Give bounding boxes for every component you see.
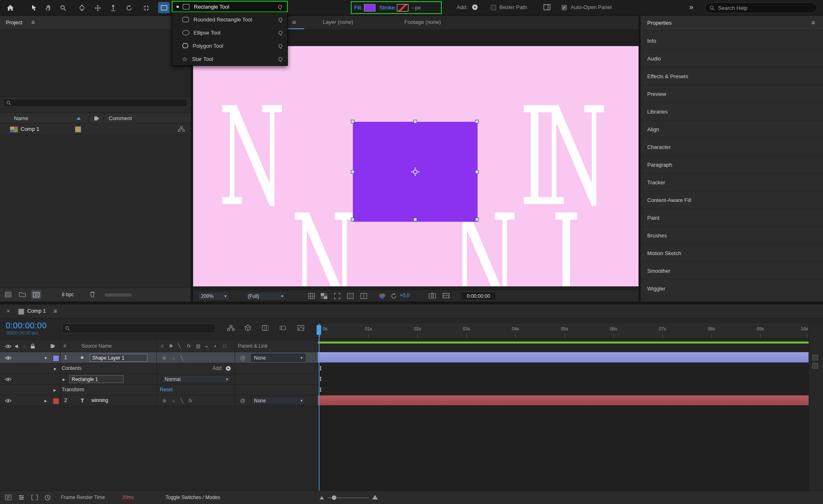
- parent-pickwhip-icon[interactable]: @: [240, 398, 245, 403]
- draft-3d-button[interactable]: [245, 325, 251, 331]
- menu-item-polygon[interactable]: Polygon Tool Q: [172, 39, 287, 52]
- transform-group-row[interactable]: ▸ Transform Reset: [0, 385, 318, 395]
- group-visibility-eye-icon[interactable]: [5, 377, 12, 381]
- rotation-tool-button[interactable]: [124, 3, 134, 13]
- shape-tool-current-row[interactable]: Rectangle Tool Q: [172, 1, 288, 12]
- hand-tool-button[interactable]: [43, 3, 54, 13]
- label-column-tag-icon[interactable]: [94, 116, 100, 121]
- tab-footage[interactable]: Footage (none): [404, 19, 441, 25]
- selection-handle[interactable]: [351, 218, 354, 221]
- reset-exposure-button[interactable]: [391, 293, 397, 299]
- selection-handle[interactable]: [475, 120, 479, 123]
- selection-handle[interactable]: [413, 120, 417, 123]
- panel-item-paragraph[interactable]: Paragraph: [641, 156, 823, 174]
- fill-label[interactable]: Fill:: [354, 5, 362, 11]
- layer-switch-quality-icon[interactable]: ☼: [171, 398, 176, 403]
- layer-name-text[interactable]: winning: [91, 397, 108, 403]
- horizontal-scrollbar-thumb[interactable]: [105, 293, 132, 297]
- selected-shape-rectangle[interactable]: [353, 122, 478, 222]
- shape-tool-button-active[interactable]: [158, 2, 170, 13]
- add-shape-button[interactable]: [472, 4, 478, 10]
- panel-item-brushes[interactable]: Brushes: [641, 227, 823, 244]
- dolly-camera-tool-button[interactable]: [108, 3, 119, 13]
- selection-handle[interactable]: [351, 170, 354, 174]
- toggle-inout-panes-button[interactable]: [31, 495, 38, 500]
- layer-visibility-eye-icon[interactable]: [5, 356, 12, 360]
- rectangle-name-box[interactable]: Rectangle 1: [69, 375, 124, 383]
- mask-visibility-button[interactable]: [347, 293, 354, 299]
- selection-handle[interactable]: [413, 218, 417, 221]
- expand-transform-icon[interactable]: ▸: [54, 388, 56, 393]
- menu-item-rounded-rectangle[interactable]: Rounded Rectangle Tool Q: [172, 13, 287, 26]
- blend-mode-dropdown[interactable]: Normal▾: [162, 375, 231, 383]
- auto-open-panel-checkbox[interactable]: ✓: [562, 5, 567, 10]
- tab-layer[interactable]: Layer (none): [323, 19, 353, 25]
- toggle-render-time-button[interactable]: [44, 495, 51, 501]
- comp-mini-flowchart-button[interactable]: [227, 325, 235, 331]
- panel-item-audio[interactable]: Audio: [641, 50, 823, 67]
- column-comment-header[interactable]: Comment: [109, 115, 132, 121]
- layer-name-editbox[interactable]: Shape Layer 1: [90, 354, 147, 362]
- zoom-tool-button[interactable]: [58, 3, 68, 13]
- layer2-duration-bar[interactable]: [318, 395, 809, 406]
- composition-canvas[interactable]: N I N N N I: [193, 46, 639, 286]
- frame-blending-button[interactable]: [262, 325, 269, 331]
- magnification-dropdown[interactable]: 200%▾: [198, 292, 229, 300]
- source-name-column-header[interactable]: Source Name: [82, 343, 112, 349]
- bezier-path-checkbox[interactable]: [491, 5, 496, 10]
- panel-item-effects-presets[interactable]: Effects & Presets: [641, 67, 823, 85]
- close-tab-icon[interactable]: ×: [7, 308, 10, 314]
- panel-item-align[interactable]: Align: [641, 121, 823, 138]
- preview-time-display[interactable]: 0:00:00:00: [461, 292, 496, 300]
- in-point-mark[interactable]: I: [319, 387, 322, 393]
- label-column-tag-icon[interactable]: [50, 344, 56, 348]
- properties-panel-menu-icon[interactable]: ≡: [811, 19, 815, 26]
- motion-blur-button[interactable]: [279, 325, 286, 331]
- layer1-parent-dropdown[interactable]: None▾: [251, 354, 305, 362]
- panel-item-libraries[interactable]: Libraries: [641, 103, 823, 121]
- zoom-in-mountain-icon[interactable]: [372, 495, 378, 499]
- region-of-interest-button[interactable]: [334, 293, 340, 299]
- stroke-width-value[interactable]: - px: [412, 5, 421, 11]
- panel-item-tracker[interactable]: Tracker: [641, 174, 823, 191]
- in-point-mark[interactable]: I: [319, 376, 322, 382]
- rectangle-group-row[interactable]: ▸ Rectangle 1 Normal▾: [0, 374, 318, 385]
- project-search-input[interactable]: [3, 99, 187, 107]
- orbit-camera-tool-button[interactable]: [77, 3, 87, 13]
- viewer-panel-menu-icon[interactable]: ≡: [292, 19, 296, 25]
- in-point-mark[interactable]: I: [319, 365, 322, 372]
- transparency-grid-button[interactable]: [321, 293, 327, 299]
- selection-handle[interactable]: [351, 120, 354, 123]
- stroke-label[interactable]: Stroke:: [379, 5, 396, 11]
- layer-visibility-eye-icon[interactable]: [5, 399, 12, 403]
- fill-color-swatch[interactable]: [364, 4, 375, 12]
- pan-camera-tool-button[interactable]: [92, 3, 103, 13]
- contents-label[interactable]: Contents: [62, 365, 82, 371]
- project-item-row[interactable]: Comp 1: [0, 123, 191, 135]
- anchor-point-icon[interactable]: [411, 167, 420, 176]
- panel-item-smoother[interactable]: Smoother: [641, 262, 823, 280]
- parent-pickwhip-icon[interactable]: @: [240, 355, 245, 360]
- expand-layer-icon[interactable]: ▾: [44, 355, 47, 360]
- layer2-parent-dropdown[interactable]: None▾: [251, 397, 305, 404]
- interpret-footage-button[interactable]: [5, 292, 12, 297]
- column-name-header[interactable]: Name: [14, 115, 28, 121]
- index-column-header[interactable]: #: [63, 343, 66, 349]
- graph-editor-button[interactable]: [297, 325, 304, 331]
- timeline-search-input[interactable]: [62, 323, 215, 333]
- layer-switch-quality-icon[interactable]: ☼: [171, 355, 176, 360]
- comp-marker-bin-icon[interactable]: [812, 355, 818, 360]
- toggle-transfer-controls-button[interactable]: [18, 495, 25, 500]
- project-item-name[interactable]: Comp 1: [21, 126, 40, 132]
- properties-panel-header[interactable]: Properties ≡: [641, 16, 823, 30]
- zoom-out-mountain-icon[interactable]: [319, 496, 324, 499]
- sort-ascending-icon[interactable]: [77, 117, 81, 120]
- add-content-button[interactable]: [226, 366, 231, 371]
- layer-color-swatch[interactable]: [53, 398, 59, 404]
- panel-item-preview[interactable]: Preview: [641, 85, 823, 103]
- project-panel-menu-icon[interactable]: ≡: [31, 19, 35, 25]
- layer1-duration-bar[interactable]: [318, 352, 809, 363]
- project-bit-depth-button[interactable]: 8 bpc: [62, 292, 74, 297]
- contents-group-row[interactable]: ▾ Contents Add:: [0, 363, 318, 374]
- panel-item-wiggler[interactable]: Wiggler: [641, 280, 823, 297]
